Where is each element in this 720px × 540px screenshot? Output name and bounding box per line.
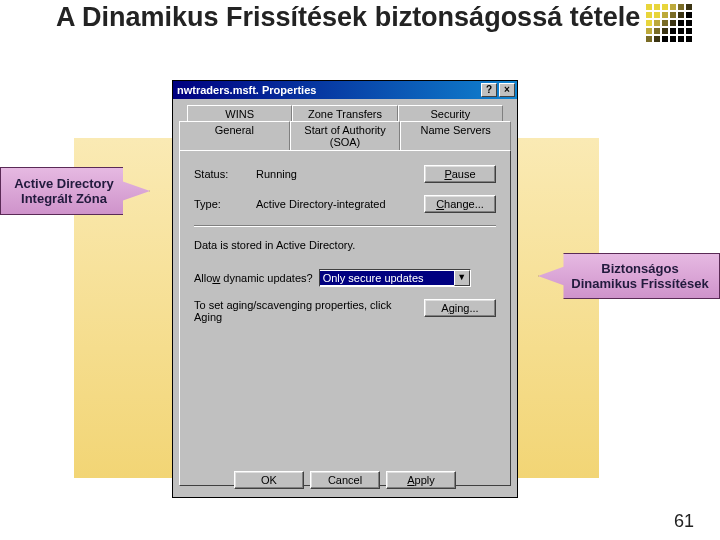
aging-button[interactable]: Aging... [424, 299, 496, 317]
chevron-down-icon[interactable]: ▼ [454, 270, 470, 286]
tab-zone-transfers[interactable]: Zone Transfers [292, 105, 397, 122]
pause-button[interactable]: Pause [424, 165, 496, 183]
aging-text: To set aging/scavenging properties, clic… [194, 299, 424, 323]
general-panel: Status: Running Pause Type: Active Direc… [179, 150, 511, 486]
help-button[interactable]: ? [481, 83, 497, 97]
allow-updates-dropdown[interactable]: Only secure updates ▼ [319, 269, 471, 287]
tab-name-servers[interactable]: Name Servers [400, 121, 511, 150]
divider [194, 225, 496, 227]
close-button[interactable]: × [499, 83, 515, 97]
status-label: Status: [194, 168, 256, 180]
apply-button[interactable]: Apply [386, 471, 456, 489]
cancel-button[interactable]: Cancel [310, 471, 380, 489]
change-button[interactable]: Change... [424, 195, 496, 213]
properties-dialog: nwtraders.msft. Properties ? × WINS Zone… [172, 80, 518, 498]
ad-storage-note: Data is stored in Active Directory. [194, 239, 496, 251]
type-label: Type: [194, 198, 256, 210]
corner-decoration [646, 4, 692, 42]
page-number: 61 [674, 511, 694, 532]
status-value: Running [256, 168, 424, 180]
tab-soa[interactable]: Start of Authority (SOA) [290, 121, 401, 150]
dialog-title: nwtraders.msft. Properties [177, 84, 479, 96]
tab-general[interactable]: General [179, 121, 290, 150]
slide-title: A Dinamikus Frissítések biztonságossá té… [56, 2, 640, 33]
type-value: Active Directory-integrated [256, 198, 424, 210]
allow-updates-selected: Only secure updates [320, 271, 454, 285]
titlebar: nwtraders.msft. Properties ? × [173, 81, 517, 99]
dialog-button-row: OK Cancel Apply [173, 471, 517, 489]
tab-wins[interactable]: WINS [187, 105, 292, 122]
callout-secure-updates: Biztonságos Dinamikus Frissítések [538, 253, 720, 299]
allow-updates-label: Allow dynamic updates? [194, 272, 313, 284]
tab-security[interactable]: Security [398, 105, 503, 122]
ok-button[interactable]: OK [234, 471, 304, 489]
tab-strip: WINS Zone Transfers Security General Sta… [179, 105, 511, 150]
